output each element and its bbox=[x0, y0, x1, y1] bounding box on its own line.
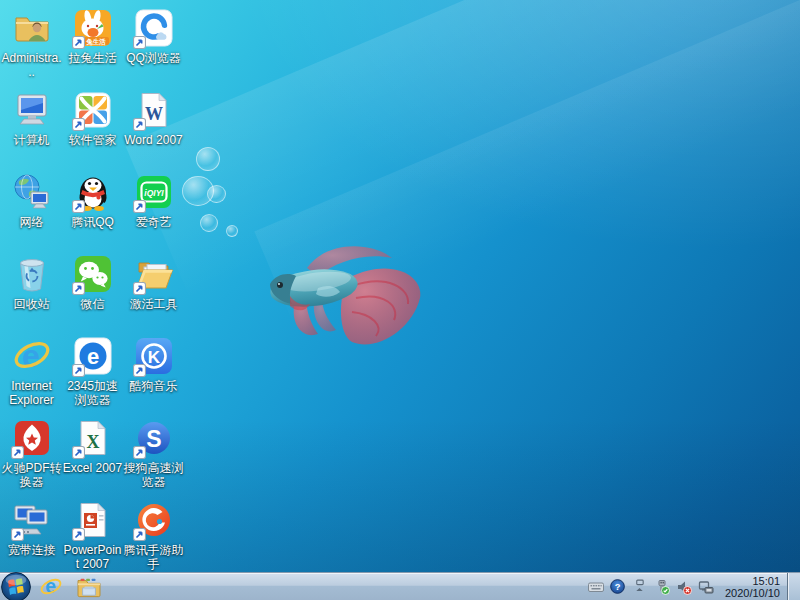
shortcut-arrow-icon bbox=[133, 200, 146, 213]
qq-browser-icon bbox=[134, 8, 174, 48]
desktop-icon-powerpoint-2007[interactable]: PowerPoint 2007 bbox=[62, 494, 123, 576]
input-keyboard-tray-icon[interactable] bbox=[587, 577, 605, 597]
desktop-icon-wechat[interactable]: 微信 bbox=[62, 248, 123, 330]
huochi-pdf-icon bbox=[12, 418, 52, 458]
powerpoint-icon bbox=[73, 500, 113, 540]
shortcut-arrow-icon bbox=[133, 36, 146, 49]
light-beam bbox=[125, 0, 800, 337]
icon-label: 网络 bbox=[20, 215, 44, 229]
icon-label: 微信 bbox=[81, 297, 105, 311]
icon-label: 回收站 bbox=[14, 297, 50, 311]
show-desktop-button[interactable] bbox=[787, 573, 800, 600]
icon-label: Internet Explorer bbox=[1, 379, 62, 407]
wechat-icon bbox=[73, 254, 113, 294]
svg-text:K: K bbox=[147, 348, 160, 367]
desktop-icon-recycle-bin[interactable]: 回收站 bbox=[1, 248, 62, 330]
shortcut-arrow-icon bbox=[72, 200, 85, 213]
help-tray-icon[interactable]: ? bbox=[609, 577, 627, 597]
icon-label: 拉兔生活 bbox=[69, 51, 117, 65]
latu-life-icon: 兔生活 bbox=[73, 8, 113, 48]
desktop-icon-administrator[interactable]: Administra... bbox=[1, 2, 62, 84]
system-tray: ? bbox=[585, 573, 800, 600]
shortcut-arrow-icon bbox=[133, 528, 146, 541]
taskbar: e bbox=[0, 572, 800, 600]
desktop-icon-iqiyi[interactable]: iQIYI 爱奇艺 bbox=[123, 166, 184, 248]
shortcut-arrow-icon bbox=[72, 364, 85, 377]
desktop-icon-kugou-music[interactable]: K 酷狗音乐 bbox=[123, 330, 184, 412]
svg-text:?: ? bbox=[615, 582, 621, 592]
icon-label: PowerPoint 2007 bbox=[62, 543, 123, 571]
svg-text:W: W bbox=[145, 104, 163, 124]
icon-label: 2345加速浏览器 bbox=[62, 379, 123, 407]
computer-icon bbox=[12, 90, 52, 130]
volume-muted-icon[interactable] bbox=[675, 577, 693, 597]
network-tray-icon[interactable] bbox=[697, 577, 715, 597]
internet-explorer-icon: e bbox=[12, 336, 52, 376]
kugou-music-icon: K bbox=[134, 336, 174, 376]
windows-explorer-folder-icon bbox=[76, 576, 102, 598]
desktop-icon-latu-life[interactable]: 兔生活 拉兔生活 bbox=[62, 2, 123, 84]
shortcut-arrow-icon bbox=[133, 364, 146, 377]
shortcut-arrow-icon bbox=[72, 282, 85, 295]
bubble bbox=[226, 225, 238, 237]
start-button[interactable] bbox=[0, 571, 32, 600]
svg-text:e: e bbox=[86, 344, 98, 369]
show-hidden-icons-button[interactable] bbox=[631, 577, 649, 597]
bubble bbox=[200, 214, 218, 232]
usb-safely-remove-icon[interactable] bbox=[653, 577, 671, 597]
desktop-icon-broadband[interactable]: 宽带连接 bbox=[1, 494, 62, 576]
desktop-icon-word-2007[interactable]: W Word 2007 bbox=[123, 84, 184, 166]
bubble bbox=[207, 185, 226, 203]
icon-label: 酷狗音乐 bbox=[130, 379, 178, 393]
desktop-icon-computer[interactable]: 计算机 bbox=[1, 84, 62, 166]
desktop-icon-excel-2007[interactable]: X Excel 2007 bbox=[62, 412, 123, 494]
svg-text:兔生活: 兔生活 bbox=[85, 38, 106, 46]
user-folder-icon bbox=[12, 8, 52, 48]
clock-date: 2020/10/10 bbox=[725, 587, 780, 599]
icon-label: Excel 2007 bbox=[63, 461, 122, 475]
taskbar-ie-button[interactable]: e bbox=[32, 573, 70, 600]
shortcut-arrow-icon bbox=[72, 36, 85, 49]
shortcut-arrow-icon bbox=[72, 118, 85, 131]
desktop-icon-internet-explorer[interactable]: e Internet Explorer bbox=[1, 330, 62, 412]
desktop-icon-2345-browser[interactable]: e 2345加速浏览器 bbox=[62, 330, 123, 412]
icon-label: 腾讯手游助手 bbox=[123, 543, 184, 571]
shortcut-arrow-icon bbox=[72, 528, 85, 541]
icon-label: 火驰PDF转换器 bbox=[1, 461, 62, 489]
desktop-icon-activation-tools[interactable]: 激活工具 bbox=[123, 248, 184, 330]
icon-label: 腾讯QQ bbox=[71, 215, 114, 229]
desktop-icon-network[interactable]: 网络 bbox=[1, 166, 62, 248]
shortcut-arrow-icon bbox=[133, 446, 146, 459]
clock-time: 15:01 bbox=[725, 575, 780, 587]
svg-text:iQIYI: iQIYI bbox=[144, 188, 164, 198]
icon-label: 搜狗高速浏览器 bbox=[123, 461, 184, 489]
broadband-connection-icon bbox=[12, 500, 52, 540]
icon-label: 宽带连接 bbox=[8, 543, 56, 557]
word-icon: W bbox=[134, 90, 174, 130]
icon-label: 爱奇艺 bbox=[136, 215, 172, 229]
icon-label: 计算机 bbox=[14, 133, 50, 147]
desktop-icon-software-manager[interactable]: 软件管家 bbox=[62, 84, 123, 166]
taskbar-explorer-button[interactable] bbox=[70, 573, 108, 600]
qq-penguin-icon bbox=[73, 172, 113, 212]
desktop-icon-huochi-pdf[interactable]: 火驰PDF转换器 bbox=[1, 412, 62, 494]
svg-text:S: S bbox=[146, 426, 161, 452]
betta-fish bbox=[252, 226, 437, 356]
desktop-icon-qq-browser[interactable]: QQ浏览器 bbox=[123, 2, 184, 84]
desktop-icon-grid: Administra... 兔生活 拉兔生活 bbox=[1, 2, 184, 576]
icon-label: Administra... bbox=[1, 51, 62, 79]
open-folder-icon bbox=[134, 254, 174, 294]
desktop-icon-tencent-gamebuddy[interactable]: 腾讯手游助手 bbox=[123, 494, 184, 576]
shortcut-arrow-icon bbox=[11, 446, 24, 459]
desktop-icon-sogou-browser[interactable]: S 搜狗高速浏览器 bbox=[123, 412, 184, 494]
iqiyi-icon: iQIYI bbox=[134, 172, 174, 212]
bubble bbox=[196, 147, 220, 171]
shortcut-arrow-icon bbox=[72, 446, 85, 459]
software-manager-icon bbox=[73, 90, 113, 130]
svg-text:X: X bbox=[86, 432, 99, 452]
desktop-icon-tencent-qq[interactable]: 腾讯QQ bbox=[62, 166, 123, 248]
internet-explorer-icon: e bbox=[39, 575, 63, 599]
network-icon bbox=[12, 172, 52, 212]
sogou-browser-icon: S bbox=[134, 418, 174, 458]
clock[interactable]: 15:01 2020/10/10 bbox=[725, 575, 780, 599]
